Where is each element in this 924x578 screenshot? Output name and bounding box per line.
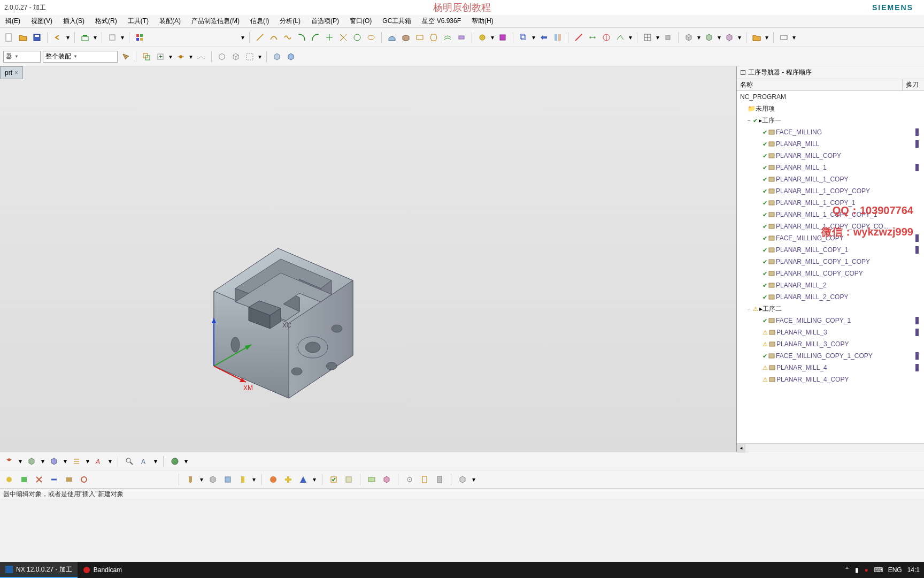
tray-up-icon[interactable]: ⌃ xyxy=(844,566,850,574)
dropdown-arrow-icon[interactable]: ▾ xyxy=(792,32,796,43)
viewport-3d[interactable]: prt× xyxy=(0,66,737,452)
dropdown-arrow-icon[interactable]: ▾ xyxy=(252,474,256,485)
solid2-icon[interactable] xyxy=(285,51,297,63)
dropdown-arrow-icon[interactable]: ▾ xyxy=(697,32,701,43)
edit2-icon[interactable] xyxy=(26,455,37,467)
sel3-icon[interactable]: + xyxy=(155,51,166,63)
curve4-icon[interactable] xyxy=(337,32,349,43)
tree-operation[interactable]: ⚠PLANAR_MILL_4 xyxy=(737,362,924,374)
tree-operation[interactable]: ✔FACE_MILLING xyxy=(737,126,924,138)
mill1-icon[interactable] xyxy=(184,474,196,485)
op3-icon[interactable] xyxy=(552,32,564,43)
surf2-icon[interactable] xyxy=(400,32,412,43)
op1-icon[interactable] xyxy=(518,32,529,43)
cam1-icon[interactable] xyxy=(3,474,15,485)
filter-combo[interactable]: 器▼ xyxy=(3,51,41,63)
text-icon[interactable]: A xyxy=(93,455,105,467)
tree-unused[interactable]: 📁未用项 xyxy=(737,103,924,115)
feat2-icon[interactable] xyxy=(497,32,509,43)
search-icon[interactable] xyxy=(124,455,135,467)
tree-operation[interactable]: ⚠PLANAR_MILL_3 xyxy=(737,326,924,338)
dropdown-arrow-icon[interactable]: ▾ xyxy=(532,32,536,43)
rect-icon[interactable] xyxy=(778,32,790,43)
expander-icon[interactable]: − xyxy=(748,306,753,312)
tool3-icon[interactable] xyxy=(434,474,445,485)
cam2-icon[interactable] xyxy=(18,474,30,485)
tree-operation[interactable]: ✔PLANAR_MILL xyxy=(737,138,924,150)
tray-keyboard-icon[interactable]: ⌨ xyxy=(874,566,883,574)
meas2-icon[interactable] xyxy=(587,32,598,43)
curve5-icon[interactable] xyxy=(351,32,363,43)
surf4-icon[interactable] xyxy=(428,32,440,43)
open-icon[interactable] xyxy=(17,32,29,43)
cam3-icon[interactable] xyxy=(33,474,45,485)
post2-icon[interactable] xyxy=(381,474,392,485)
meas1-icon[interactable] xyxy=(573,32,584,43)
menu-prefs[interactable]: 首选项(P) xyxy=(308,16,342,27)
curve1-icon[interactable] xyxy=(296,32,307,43)
view1-icon[interactable] xyxy=(642,32,653,43)
col-tool[interactable]: 换刀 xyxy=(903,79,924,90)
menu-format[interactable]: 格式(R) xyxy=(92,16,120,27)
dropdown-arrow-icon[interactable]: ▾ xyxy=(153,455,158,467)
tree-operation[interactable]: ✔PLANAR_MILL_2 xyxy=(737,279,924,291)
wire-icon[interactable] xyxy=(230,51,242,63)
text2-icon[interactable]: A xyxy=(138,455,150,467)
tree-operation[interactable]: ✔PLANAR_MILL_2_COPY xyxy=(737,291,924,303)
arc-icon[interactable] xyxy=(268,32,280,43)
tree-operation[interactable]: ✔FACE_MILLING_COPY_1 xyxy=(737,315,924,326)
curve2-icon[interactable] xyxy=(310,32,321,43)
curve3-icon[interactable] xyxy=(324,32,335,43)
save-icon[interactable] xyxy=(31,32,43,43)
undo-icon[interactable] xyxy=(52,32,64,43)
tree-root[interactable]: NC_PROGRAM xyxy=(737,91,924,103)
cam4-icon[interactable] xyxy=(48,474,60,485)
tree-operation[interactable]: ✔PLANAR_MILL_1_COPY_COPY xyxy=(737,185,924,197)
dropdown-arrow-icon[interactable]: ▾ xyxy=(120,32,125,43)
tree-operation[interactable]: ⚠PLANAR_MILL_4_COPY xyxy=(737,374,924,385)
post1-icon[interactable] xyxy=(366,474,378,485)
part-tab[interactable]: prt× xyxy=(0,66,23,79)
surf5-icon[interactable] xyxy=(442,32,453,43)
surf1-icon[interactable] xyxy=(386,32,398,43)
tree-operation[interactable]: ✔PLANAR_MILL_1_COPY xyxy=(737,173,924,185)
sim1-icon[interactable] xyxy=(457,474,468,485)
dashrect-icon[interactable] xyxy=(244,51,256,63)
col-name[interactable]: 名称 xyxy=(737,79,903,90)
meas4-icon[interactable] xyxy=(614,32,626,43)
mill3-icon[interactable] xyxy=(222,474,234,485)
dropdown-arrow-icon[interactable]: ▾ xyxy=(93,32,97,43)
expander-icon[interactable]: − xyxy=(748,118,753,124)
menu-info[interactable]: 信息(I) xyxy=(247,16,272,27)
dropdown-arrow-icon[interactable]: ▾ xyxy=(656,32,660,43)
surf6-icon[interactable] xyxy=(456,32,467,43)
tool2-icon[interactable] xyxy=(419,474,430,485)
layer-icon[interactable] xyxy=(79,32,91,43)
scroll-left-icon[interactable]: ◄ xyxy=(737,444,745,453)
dropdown-arrow-icon[interactable]: ▾ xyxy=(184,455,188,467)
tree-operation[interactable]: ✔PLANAR_MILL_COPY_1_COPY xyxy=(737,256,924,268)
edit1-icon[interactable] xyxy=(3,455,15,467)
dropdown-arrow-icon[interactable]: ▾ xyxy=(108,455,112,467)
grid-icon[interactable] xyxy=(134,32,145,43)
edit4-icon[interactable] xyxy=(71,455,82,467)
tree-group[interactable]: −✔▸工序一 xyxy=(737,115,924,126)
dropdown-arrow-icon[interactable]: ▾ xyxy=(737,32,742,43)
operation-tree[interactable]: NC_PROGRAM 📁未用项 −✔▸工序一 ✔FACE_MILLING✔PLA… xyxy=(737,91,924,443)
dropdown-arrow-icon[interactable]: ▾ xyxy=(41,455,45,467)
tree-operation[interactable]: ⚠PLANAR_MILL_3_COPY xyxy=(737,338,924,350)
dropdown-arrow-icon[interactable]: ▾ xyxy=(258,51,262,63)
scrollbar-horizontal[interactable]: ◄ xyxy=(737,443,924,452)
tree-operation[interactable]: ✔FACE_MILLING_COPY_1_COPY xyxy=(737,350,924,362)
tree-operation[interactable]: ✔PLANAR_MILL_COPY_COPY xyxy=(737,268,924,279)
new-icon[interactable] xyxy=(3,32,15,43)
menu-xk[interactable]: 星空 V6.936F xyxy=(419,16,464,27)
menu-analysis[interactable]: 分析(L) xyxy=(276,16,304,27)
spline-icon[interactable] xyxy=(282,32,294,43)
menu-window[interactable]: 窗口(O) xyxy=(346,16,375,27)
dropdown-arrow-icon[interactable]: ▾ xyxy=(66,32,70,43)
cube3-icon[interactable] xyxy=(723,32,735,43)
cube1-icon[interactable] xyxy=(683,32,695,43)
sel5-icon[interactable] xyxy=(195,51,207,63)
dropdown-arrow-icon[interactable]: ▾ xyxy=(18,455,22,467)
